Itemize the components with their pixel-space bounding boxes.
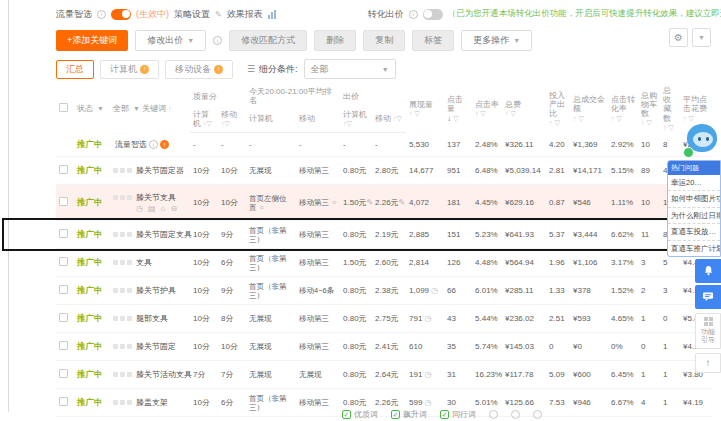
metric-header-5[interactable]: 投入产出比↑ ▽ — [546, 85, 570, 133]
effect-report-link[interactable]: 效果报表 — [227, 8, 263, 21]
keyword-action-icon[interactable]: ◷ — [136, 204, 143, 213]
filter-funnel-icon[interactable]: ▽ — [645, 119, 652, 126]
keyword-mini-icon — [127, 260, 132, 265]
segment-filter-select[interactable]: 全部▼ — [304, 59, 396, 79]
settings-gear-icon[interactable]: ⚙ — [669, 28, 688, 47]
keyword-cell[interactable]: 腿部支具 — [110, 305, 190, 333]
notification-bell-button[interactable] — [695, 259, 721, 283]
tab-summary[interactable]: 汇总 — [56, 60, 94, 79]
filter-funnel-icon[interactable]: ▽ — [396, 115, 401, 122]
clicks-cell: 137 — [444, 133, 472, 157]
total-cost-cell: ¥117.78 — [502, 361, 546, 389]
filter-funnel-icon[interactable]: ▽ — [206, 120, 211, 127]
sub-header-pc[interactable]: 计算机 ↑▽ — [340, 108, 372, 133]
strategy-settings-link[interactable]: 策略设置 — [174, 8, 210, 21]
keyword-cell[interactable]: 膝关节固定 — [110, 333, 190, 361]
copy-button[interactable]: 复制 — [363, 30, 405, 51]
keyword-cell[interactable]: 支具 — [110, 249, 190, 277]
keyword-action-icon[interactable]: ⊖ — [170, 204, 177, 213]
filter-funnel-icon[interactable]: ▽ — [615, 115, 622, 122]
keyword-cell[interactable]: 膝关节固定支具 — [110, 221, 190, 249]
select-all-checkbox[interactable] — [59, 103, 68, 112]
metric-header-3[interactable]: 点击率↑ ▽ — [472, 85, 502, 133]
filter-funnel-icon[interactable]: ▽ — [413, 110, 420, 117]
metric-header-8[interactable]: 总购物车数↑ ▽ — [638, 85, 660, 133]
help-link[interactable]: 直通车投放… — [668, 224, 720, 240]
keyword-cell[interactable]: 膝关节固定器 — [110, 157, 190, 185]
row-checkbox[interactable] — [59, 165, 68, 174]
impressions-cell: 4,072 — [406, 185, 444, 221]
filter-funnel-icon[interactable]: ▽ — [509, 110, 516, 117]
filter-funnel-icon[interactable]: ▽ — [687, 115, 694, 122]
sub-header-pc[interactable]: 计算机 — [246, 108, 296, 133]
cell-value: 6.67% — [611, 398, 634, 407]
metric-header-7[interactable]: 点击转化率↑ ▽ — [608, 85, 638, 133]
flow-smart-select-toggle[interactable] — [111, 9, 131, 20]
filter-funnel-icon[interactable]: ▽ — [451, 115, 458, 122]
status-column-header[interactable]: 状态▼ — [74, 85, 110, 133]
add-keyword-button[interactable]: +添加关键词 — [56, 30, 128, 51]
help-link[interactable]: 为什么刚过日期… — [668, 208, 720, 224]
filter-funnel-icon[interactable]: ▽ — [577, 115, 584, 122]
cell-value: 5 — [663, 258, 667, 267]
rank-assist-icon[interactable]: ≡ — [330, 199, 336, 206]
row-checkbox[interactable] — [59, 257, 68, 266]
metric-header-2[interactable]: 点击量↓ ▽ — [444, 85, 472, 133]
row-checkbox[interactable] — [59, 369, 68, 378]
help-link[interactable]: 如何申领图片功能… — [668, 191, 720, 207]
delete-button[interactable]: 删除 — [314, 30, 356, 51]
metric-header-4[interactable]: 总费↑ ▽ — [502, 85, 546, 133]
back-to-top-button[interactable]: ↑ — [695, 353, 721, 373]
info-icon[interactable]: i — [409, 10, 418, 19]
row-checkbox[interactable] — [59, 341, 68, 350]
help-link[interactable]: 幸运20… — [668, 175, 720, 191]
filter-funnel-icon[interactable]: ▽ — [553, 119, 560, 126]
info-icon[interactable]: i — [97, 10, 106, 19]
rank-assist-icon[interactable]: ≡ — [258, 204, 264, 211]
keyword-cell[interactable]: 膝关节护具 — [110, 277, 190, 305]
metric-header-6[interactable]: 总成交金额↑ ▽ — [570, 85, 608, 133]
edit-bid-pencil-icon[interactable]: ✎ — [399, 198, 406, 207]
tab-badge-icon: ! — [214, 65, 223, 74]
tab-mobile[interactable]: 移动设备! — [165, 60, 233, 79]
keyword-action-icon[interactable]: ▤ — [148, 204, 156, 213]
row-checkbox[interactable] — [59, 285, 68, 294]
tag-button[interactable]: 标签 — [412, 30, 454, 51]
row-checkbox[interactable] — [59, 229, 68, 238]
filter-funnel-icon[interactable]: ▽ — [479, 110, 486, 117]
filter-funnel-icon[interactable]: ▽ — [225, 120, 230, 127]
edit-bid-pencil-icon[interactable]: ✎ — [367, 198, 374, 207]
keyword-action-icon[interactable]: ⌂ — [161, 204, 166, 213]
info-icon[interactable]: i — [149, 140, 158, 149]
help-link[interactable]: 直通车推广计划… — [668, 241, 720, 256]
conversion-bid-toggle[interactable] — [423, 9, 443, 20]
keyword-cell[interactable]: 流量智选i! — [110, 133, 190, 157]
metric-label: 展现量 — [409, 100, 441, 109]
sub-header-mobile[interactable]: 移动 ↑▽ — [218, 108, 246, 133]
sub-header-mobile[interactable]: 移动 ↑▽ — [372, 108, 406, 133]
collapse-chevron-icon[interactable]: ▼ — [692, 28, 711, 47]
sub-header-pc[interactable]: 计算机 ↑▽ — [190, 108, 218, 133]
keyword-cell[interactable]: 膝关节活动支具 — [110, 361, 190, 389]
info-icon[interactable]: i — [213, 36, 222, 45]
quality-pc-cell: 10分 — [190, 333, 218, 361]
keyword-cell[interactable]: 膝盖支架 — [110, 389, 190, 417]
filter-funnel-icon[interactable]: ▽ — [667, 124, 674, 131]
mascot-icon[interactable] — [683, 124, 717, 158]
more-actions-dropdown[interactable]: 更多操作▼ — [461, 30, 532, 51]
filter-funnel-icon[interactable]: ▽ — [347, 120, 352, 127]
sub-header-mobile[interactable]: 移动 — [296, 108, 340, 133]
row-checkbox[interactable] — [59, 197, 68, 206]
chat-button[interactable] — [695, 285, 721, 309]
modify-match-button[interactable]: 修改匹配方式 — [229, 30, 307, 51]
bar-chart-icon[interactable] — [268, 10, 276, 19]
row-checkbox[interactable] — [59, 313, 68, 322]
row-checkbox[interactable] — [59, 397, 68, 406]
metric-header-1[interactable]: 展现量↑ ▽ — [406, 85, 444, 133]
keyword-cell[interactable]: 膝关节支具◷▤⌂⊖ — [110, 185, 190, 221]
keyword-column-header[interactable]: 全部▼ 关键词 ↑ — [110, 85, 190, 133]
modify-bid-dropdown[interactable]: 修改出价▼ — [135, 30, 206, 51]
pencil-icon[interactable]: ✎ — [215, 10, 222, 19]
feature-guide-button[interactable]: 功能引导 — [695, 313, 721, 349]
tab-pc[interactable]: 计算机! — [100, 60, 159, 79]
